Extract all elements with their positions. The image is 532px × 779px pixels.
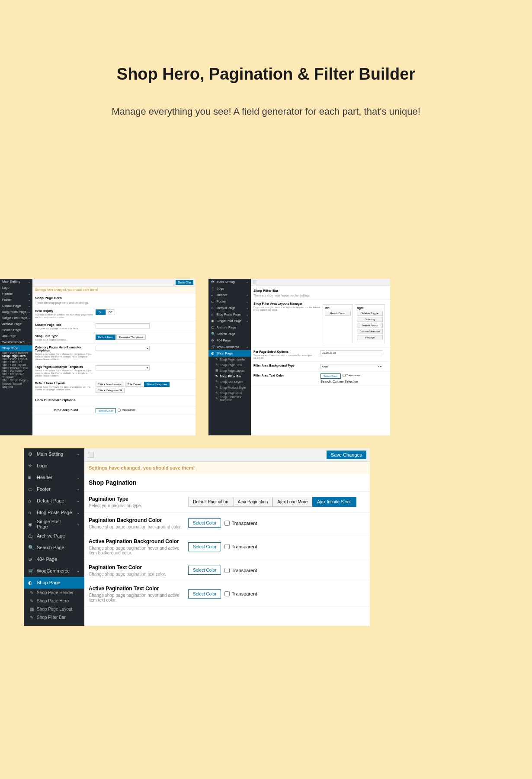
sidebar-sub-shop-page-layout[interactable]: ▦Shop Page Layout bbox=[208, 368, 251, 373]
menu-icon: 🔍 bbox=[28, 545, 33, 550]
sidebar-item-woocommerce[interactable]: 🛒WooCommerce⌄ bbox=[208, 344, 251, 350]
sidebar-item-default-page[interactable]: ⌂Default Page⌄ bbox=[24, 495, 84, 507]
layout-item[interactable]: Result Count bbox=[325, 311, 351, 316]
sidebar-sub-shop-filter-bar[interactable]: ✎Shop Filter Bar bbox=[24, 613, 84, 621]
sidebar-item-archive-page[interactable]: Archive Page bbox=[0, 321, 32, 327]
sidebar-item-single-post-page[interactable]: ◉Single Post Page⌄ bbox=[24, 518, 84, 530]
sidebar-item-archive-page[interactable]: 🗀Archive Page bbox=[24, 530, 84, 542]
sidebar-item-blog-posts-page[interactable]: ⌂Blog Posts Page⌄ bbox=[208, 311, 251, 318]
sidebar-sub-shop-elementor-template[interactable]: ✎Shop Elementor Template bbox=[208, 396, 251, 402]
transparent-checkbox[interactable] bbox=[224, 591, 230, 596]
sidebar-sub-import-export[interactable]: Import / Export bbox=[0, 382, 32, 385]
transparent-checkbox[interactable] bbox=[224, 544, 230, 549]
menu-icon: ▭ bbox=[211, 299, 215, 303]
hero-layout-tabs[interactable]: Title + BreadcrumbsTitle CenterTitle + C… bbox=[96, 382, 193, 393]
sidebar-sub-label: Shop Filter Bar bbox=[37, 615, 66, 620]
transparent-checkbox[interactable] bbox=[343, 374, 346, 377]
bgtype-select[interactable]: Gray× ▾ bbox=[320, 364, 383, 369]
sidebar-item-search-page[interactable]: 🔍Search Page bbox=[24, 542, 84, 554]
sidebar-item-blog-posts-page[interactable]: ⌂Blog Posts Page⌄ bbox=[24, 507, 84, 518]
section-title: Shop Filter Bar bbox=[253, 289, 388, 293]
sidebar-sub-shop-page-layout[interactable]: Shop Page Layout bbox=[0, 357, 32, 361]
sidebar-sub-shop-elementor-template[interactable]: Shop Elementor Template bbox=[0, 373, 32, 379]
select-color-button[interactable]: Select Color bbox=[96, 408, 116, 413]
sidebar-item-shop-page[interactable]: Shop Page bbox=[0, 345, 32, 351]
sidebar-item-single-post-page[interactable]: Single Post Page⌄ bbox=[0, 315, 32, 321]
sidebar-sub-shop-page-hero[interactable]: ✎Shop Page Hero bbox=[24, 597, 84, 605]
save-button[interactable]: Save Changes bbox=[327, 451, 366, 459]
sidebar-item-search-page[interactable]: Search Page bbox=[0, 327, 32, 333]
custom-title-input[interactable] bbox=[96, 323, 150, 328]
category-template-select[interactable]: ▾ bbox=[96, 346, 150, 351]
transparent-checkbox[interactable] bbox=[224, 568, 230, 573]
save-button[interactable]: Save Cha bbox=[176, 280, 193, 285]
layout-item[interactable]: Ordering bbox=[357, 317, 383, 322]
sidebar-sub-shop-page-hero[interactable]: ✎Shop Page Hero bbox=[208, 362, 251, 368]
sidebar-item-archive-page[interactable]: 🗀Archive Page bbox=[208, 324, 251, 331]
sidebar-sub-shop-page-layout[interactable]: ▦Shop Page Layout bbox=[24, 605, 84, 613]
sidebar-item-header[interactable]: ≡Header⌄ bbox=[208, 292, 251, 298]
tag-template-select[interactable]: ▾ bbox=[96, 365, 150, 370]
sidebar-sub-shop-page-header[interactable]: Shop Page Header bbox=[0, 351, 32, 354]
sidebar-sub-shop-product-style[interactable]: Shop Product Style bbox=[0, 367, 32, 370]
sidebar-label: Blog Posts Page bbox=[217, 312, 244, 316]
perpage-input[interactable] bbox=[320, 350, 383, 355]
sidebar-item-footer[interactable]: ▭Footer⌄ bbox=[24, 483, 84, 495]
sidebar-sub-shop-grid-layout[interactable]: Shop Grid Layout bbox=[0, 364, 32, 367]
sidebar-item-404-page[interactable]: ⊘404 Page bbox=[208, 337, 251, 344]
layout-item[interactable]: Perpage bbox=[357, 335, 383, 340]
menu-icon: ⌂ bbox=[28, 510, 33, 515]
sidebar-sub-shop-page-header[interactable]: ✎Shop Page Header bbox=[24, 589, 84, 597]
layout-item[interactable]: Search Popup bbox=[357, 323, 383, 328]
sidebar-item-woocommerce[interactable]: WooCommerce⌄ bbox=[0, 339, 32, 345]
hero-display-toggle[interactable]: OnOff bbox=[96, 309, 115, 315]
select-color-button[interactable]: Select Color bbox=[188, 589, 221, 599]
sidebar-item-main-setting[interactable]: ⚙Main Setting⌄ bbox=[24, 448, 84, 460]
sidebar-sub-support[interactable]: Support bbox=[0, 385, 32, 388]
sidebar-item-404-page[interactable]: 404 Page bbox=[0, 333, 32, 339]
sidebar-item-logo[interactable]: ☆Logo bbox=[208, 285, 251, 292]
sidebar-item-header[interactable]: ≡Header⌄ bbox=[24, 472, 84, 483]
sidebar-sub-shop-pagination[interactable]: Shop Pagination bbox=[0, 370, 32, 373]
sidebar-item-search-page[interactable]: 🔍Search Page bbox=[208, 331, 251, 337]
sidebar-sub-shop-product-style[interactable]: ✎Shop Product Style bbox=[208, 385, 251, 390]
pagination-type-tabs[interactable]: Default PaginationAjax PaginationAjax Lo… bbox=[188, 497, 356, 507]
sidebar-item-shop-page[interactable]: ◐Shop Page bbox=[24, 577, 84, 589]
sidebar-item-main-setting[interactable]: Main Setting⌄ bbox=[0, 279, 32, 285]
sidebar-item-footer[interactable]: Footer⌄ bbox=[0, 297, 32, 303]
sidebar-sub-shop-grid-layout[interactable]: ✎Shop Grid Layout bbox=[208, 379, 251, 385]
transparent-checkbox[interactable] bbox=[118, 409, 121, 412]
toolbar-icon[interactable] bbox=[253, 280, 257, 284]
sidebar-item-404-page[interactable]: ⊘404 Page bbox=[24, 554, 84, 565]
sidebar-item-main-setting[interactable]: ⚙Main Setting⌄ bbox=[208, 279, 251, 285]
select-color-button[interactable]: Select Color bbox=[188, 542, 221, 551]
toolbar-icon[interactable] bbox=[88, 452, 94, 458]
sidebar-label: WooCommerce bbox=[217, 345, 244, 349]
sidebar-item-blog-posts-page[interactable]: Blog Posts Page⌄ bbox=[0, 309, 32, 315]
hero-type-tabs[interactable]: Default HeroElementor Templates bbox=[96, 335, 193, 340]
layout-item[interactable]: Sidebar Toggle bbox=[357, 311, 383, 316]
sidebar-sub-shop-filter-bar[interactable]: ✎Shop Filter Bar bbox=[208, 373, 251, 379]
sidebar-item-header[interactable]: Header⌄ bbox=[0, 291, 32, 297]
sidebar-sub-shop-filter-bar[interactable]: Shop Filter Bar bbox=[0, 361, 32, 364]
select-color-button[interactable]: Select Color bbox=[320, 373, 341, 379]
sidebar-label: Single Post Page bbox=[217, 319, 244, 323]
sidebar-item-default-page[interactable]: ⌂Default Page⌄ bbox=[208, 305, 251, 311]
sidebar-item-logo[interactable]: Logo bbox=[0, 285, 32, 291]
transparent-checkbox[interactable] bbox=[224, 521, 230, 526]
sidebar-item-shop-page[interactable]: ◐Shop Page bbox=[208, 350, 251, 357]
sidebar-sub-shop-page-hero[interactable]: Shop Page Hero bbox=[0, 354, 32, 357]
sidebar-sub-shop-single-page[interactable]: Shop Single Page⌄ bbox=[0, 379, 32, 382]
sidebar-item-default-page[interactable]: Default Page⌄ bbox=[0, 303, 32, 309]
sidebar-sub-shop-page-header[interactable]: ✎Shop Page Header bbox=[208, 357, 251, 362]
sidebar-sub-shop-pagination[interactable]: ✎Shop Pagination bbox=[208, 390, 251, 396]
select-color-button[interactable]: Select Color bbox=[188, 566, 221, 575]
sub-icon: ✎ bbox=[215, 397, 218, 400]
sidebar-item-footer[interactable]: ▭Footer⌄ bbox=[208, 298, 251, 305]
sidebar-item-single-post-page[interactable]: ◉Single Post Page⌄ bbox=[208, 318, 251, 324]
sidebar-item-logo[interactable]: ☆Logo bbox=[24, 460, 84, 472]
layout-item[interactable]: Column Selection bbox=[357, 329, 383, 334]
select-color-button[interactable]: Select Color bbox=[188, 518, 221, 528]
field-label: Pagination Text Color bbox=[89, 564, 188, 570]
sidebar-item-woocommerce[interactable]: 🛒WooCommerce⌄ bbox=[24, 565, 84, 577]
